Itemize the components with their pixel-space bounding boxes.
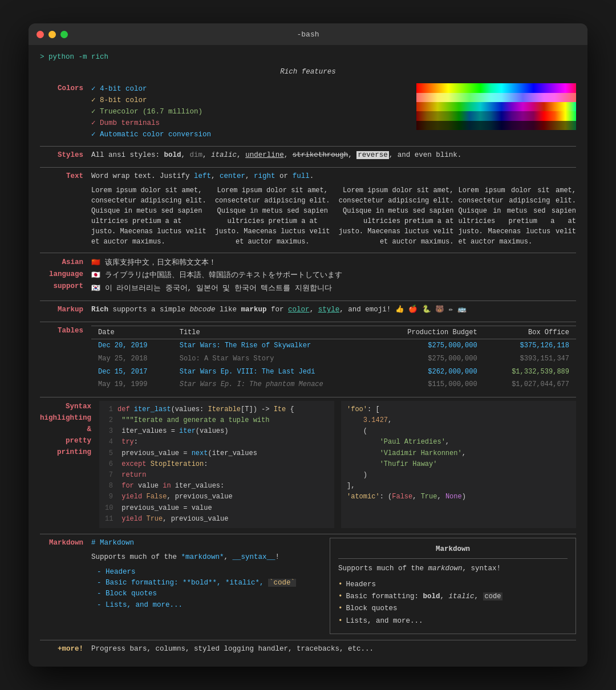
rainbow-row-4 — [416, 111, 576, 120]
col-date: Date — [91, 326, 173, 339]
text-full: full — [293, 172, 310, 180]
code-line-1: 1def iter_last(values: Iterable[T]) -> I… — [105, 404, 329, 415]
asian-line-1: 🇨🇳 该库支持中文，日文和韩文文本！ — [91, 257, 576, 270]
row1-title: Star Wars: The Rise of Skywalker — [173, 339, 376, 352]
markdown-section: Markdown # Markdown Supports much of the… — [40, 538, 576, 634]
styles-content: All ansi styles: bold, dim, italic, unde… — [91, 150, 576, 161]
divider-5 — [40, 322, 576, 322]
style-dim: dim — [190, 151, 203, 159]
syntax-label: Syntaxhighlighting&prettyprinting — [40, 401, 99, 458]
more-section: +more! Progress bars, columns, styled lo… — [40, 644, 576, 655]
table-row: May 19, 1999 Star Wars Ep. I: The phanto… — [91, 378, 576, 391]
json-line-7: ) — [347, 470, 570, 481]
tables-label: Tables — [40, 326, 91, 336]
syntax-blocks: 1def iter_last(values: Iterable[T]) -> I… — [99, 401, 576, 528]
markup-color: color — [288, 306, 310, 314]
divider-4 — [40, 301, 576, 301]
bullet-icon-2: • — [338, 591, 343, 602]
style-underline: underline — [245, 151, 284, 159]
prompt-command: python -m rich — [48, 53, 108, 61]
colors-section: Colors ✓ 4-bit color ✓ 8-bit color ✓ Tru… — [40, 83, 576, 140]
styles-label: Styles — [40, 150, 91, 161]
table-body: Dec 20, 2019 Star Wars: The Rise of Skyw… — [91, 339, 576, 391]
table-row: May 25, 2018 Solo: A Star Wars Story $27… — [91, 352, 576, 366]
json-line-2: 3.1427, — [347, 415, 570, 426]
style-reverse: reverse — [356, 151, 389, 159]
json-line-4: 'Paul Atriedies', — [347, 437, 570, 448]
tables-section: Tables Date Title Production Budget Box … — [40, 326, 576, 391]
md-bullet-text-2: Basic formatting: bold, italic, code — [346, 591, 503, 602]
text-content: Word wrap text. Justify left, center, ri… — [91, 171, 576, 247]
syntax-section: Syntaxhighlighting&prettyprinting 1def i… — [40, 401, 576, 528]
code-line-11: 11 yield True, previous_value — [105, 514, 329, 525]
divider-6 — [40, 397, 576, 397]
row4-boxoffice: $1,027,044,677 — [484, 378, 576, 391]
rainbow-display — [416, 83, 576, 130]
text-right: right — [254, 172, 275, 180]
text-center: center — [220, 172, 245, 180]
row2-title: Solo: A Star Wars Story — [173, 352, 376, 366]
markup-bbcode: bbcode — [190, 306, 216, 314]
more-content: Progress bars, columns, styled logging h… — [91, 644, 576, 655]
color-check-4: ✓ Dumb terminals — [91, 117, 407, 129]
asian-line-3: 🇰🇷 이 라이브러리는 중국어, 일본어 및 한국어 텍스트를 지원합니다 — [91, 282, 576, 295]
color-checks: ✓ 4-bit color ✓ 8-bit color ✓ Truecolor … — [91, 83, 407, 140]
colors-content: ✓ 4-bit color ✓ 8-bit color ✓ Truecolor … — [91, 83, 576, 140]
row3-budget: $262,000,000 — [376, 366, 484, 379]
md-bullet-text-4: Lists, and more... — [346, 616, 423, 627]
md-list-1: - Headers — [97, 567, 321, 578]
traffic-lights — [37, 31, 68, 38]
text-section: Text Word wrap text. Justify left, cente… — [40, 171, 576, 247]
star-wars-table: Date Title Production Budget Box Office … — [91, 326, 576, 391]
asian-content: 🇨🇳 该库支持中文，日文和韩文文本！ 🇯🇵 ライブラリは中国語、日本語、韓国語の… — [91, 257, 576, 295]
md-bullet-text-1: Headers — [346, 579, 376, 590]
style-strikethrough: strikethrough — [293, 151, 348, 159]
terminal-body: > python -m rich Rich features Colors ✓ … — [29, 45, 587, 666]
markdown-content: # Markdown Supports much of the *markdow… — [91, 538, 576, 634]
row1-date: Dec 20, 2019 — [91, 339, 173, 352]
text-col-left: Lorem ipsum dolor sit amet, consectetur … — [91, 185, 209, 247]
json-block: 'foo': [ 3.1427, ( 'Paul Atriedies', 'Vl… — [341, 401, 576, 528]
text-col-center: Lorem ipsum dolor sit amet, consectetur … — [214, 185, 332, 247]
minimize-button[interactable] — [48, 31, 56, 38]
prompt-line: > python -m rich — [40, 52, 576, 63]
md-bullet-4: • Lists, and more... — [338, 616, 568, 627]
markdown-label: Markdown — [40, 538, 91, 549]
terminal-window: -bash > python -m rich Rich features Col… — [29, 23, 587, 666]
md-list-2: - Basic formatting: **bold**, *italic*, … — [97, 578, 321, 588]
json-line-3: ( — [347, 426, 570, 437]
code-line-10: 10 previous_value = value — [105, 503, 329, 514]
md-intro: Supports much of the *markdown*, __synta… — [91, 552, 321, 563]
color-check-1: ✓ 4-bit color — [91, 83, 407, 95]
md-bullet-text-3: Block quotes — [346, 603, 398, 614]
row1-boxoffice: $375,126,118 — [484, 339, 576, 352]
col-title: Title — [173, 326, 376, 339]
text-label: Text — [40, 171, 91, 182]
rainbow-row-3 — [416, 102, 576, 111]
row2-boxoffice: $393,151,347 — [484, 352, 576, 366]
color-check-5: ✓ Automatic color conversion — [91, 129, 407, 140]
code-line-4: 4 try: — [105, 437, 329, 448]
code-line-6: 6 except StopIteration: — [105, 459, 329, 470]
json-line-6: 'Thufir Haway' — [347, 459, 570, 470]
more-label: +more! — [40, 644, 91, 655]
row1-budget: $275,000,000 — [376, 339, 484, 352]
rainbow-row-5 — [416, 121, 576, 130]
maximize-button[interactable] — [60, 31, 68, 38]
text-left: left — [194, 172, 211, 180]
close-button[interactable] — [37, 31, 44, 38]
json-line-9: 'atomic': (False, True, None) — [347, 492, 570, 502]
col-budget: Production Budget — [376, 326, 484, 339]
color-check-2: ✓ 8-bit color — [91, 95, 407, 106]
styles-section: Styles All ansi styles: bold, dim, itali… — [40, 150, 576, 161]
json-line-1: 'foo': [ — [347, 404, 570, 415]
markup-label: Markup — [40, 305, 91, 315]
asian-section: Asianlanguagesupport 🇨🇳 该库支持中文，日文和韩文文本！ … — [40, 257, 576, 295]
md-list-3: - Block quotes — [97, 588, 321, 599]
table-row: Dec 20, 2019 Star Wars: The Rise of Skyw… — [91, 339, 576, 352]
table-header-row: Date Title Production Budget Box Office — [91, 326, 576, 339]
markup-section: Markup Rich supports a simple bbcode lik… — [40, 305, 576, 315]
colors-label: Colors — [40, 83, 91, 94]
md-bullet-3: • Block quotes — [338, 603, 568, 614]
table-row: Dec 15, 2017 Star Wars Ep. VIII: The Las… — [91, 366, 576, 379]
